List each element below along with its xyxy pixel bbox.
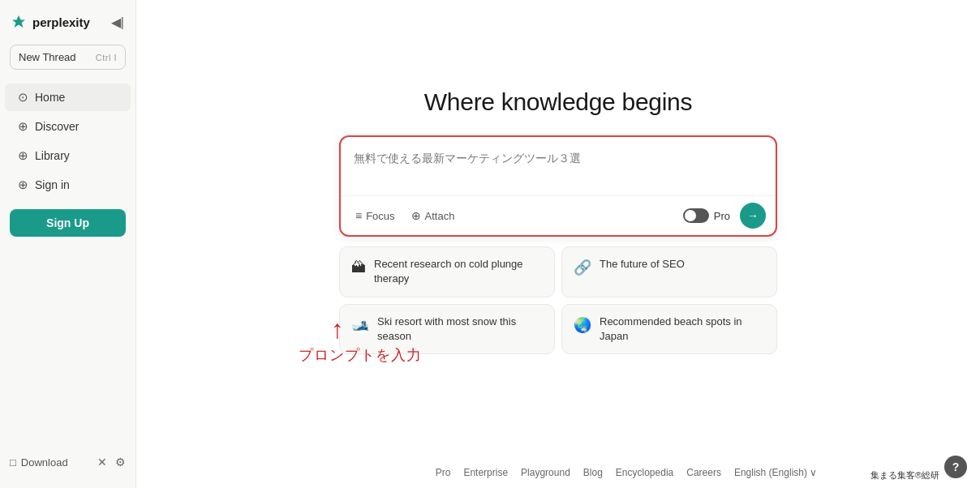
annotation-arrow: ↑ [331,316,344,342]
app-name: perplexity [32,15,90,29]
signin-icon: ⊕ [18,178,28,192]
focus-label: Focus [366,210,394,222]
main-content: Where knowledge begins ≡ Focus ⊕ Attach … [136,0,980,488]
download-icon: □ [10,456,16,469]
footer-blog-link[interactable]: Blog [583,467,603,478]
sidebar-item-discover[interactable]: ⊕ Discover [5,113,131,140]
footer-encyclopedia-link[interactable]: Encyclopedia [616,467,673,478]
sidebar-item-home-label: Home [35,91,65,104]
pro-toggle: Pro [683,208,730,223]
footer-playground-link[interactable]: Playground [521,467,570,478]
main-center: Where knowledge begins ≡ Focus ⊕ Attach … [136,0,980,488]
download-item[interactable]: □ Download [10,456,68,469]
submit-icon: → [747,209,759,222]
seo-text: The future of SEO [600,257,685,272]
beach-japan-icon: 🌏 [574,315,591,336]
focus-button[interactable]: ≡ Focus [350,206,400,225]
sidebar-item-library[interactable]: ⊕ Library [5,142,131,169]
annotation-text: プロンプトを入力 [299,345,422,365]
home-icon: ⊙ [18,90,28,105]
suggestion-beach-japan[interactable]: 🌏 Recommended beach spots in Japan [561,304,777,354]
collapse-icon: ◀| [111,15,124,30]
pro-label: Pro [714,210,730,222]
search-toolbar: ≡ Focus ⊕ Attach Pro → [341,195,776,235]
sidebar-item-discover-label: Discover [35,120,79,133]
attach-icon: ⊕ [411,209,421,222]
footer-careers-link[interactable]: Careers [686,467,721,478]
sidebar-item-signin-label: Sign in [35,178,70,191]
search-input[interactable] [354,150,763,184]
beach-japan-text: Recommended beach spots in Japan [600,315,765,344]
sidebar-header: perplexity ◀| [0,10,135,41]
seo-icon: 🔗 [574,258,591,278]
help-button[interactable]: ? [944,456,967,478]
submit-button[interactable]: → [740,203,766,229]
logo-area: perplexity [10,14,90,32]
suggestion-cold-plunge[interactable]: 🏔 Recent research on cold plunge therapy [339,246,555,297]
discord-icon[interactable]: ⚙ [115,456,126,469]
download-label: Download [21,456,68,469]
new-thread-shortcut: Ctrl I [96,53,117,62]
sidebar-item-library-label: Library [35,149,70,162]
attach-label: Attach [425,210,455,222]
new-thread-button[interactable]: New Thread Ctrl I [10,45,126,70]
page-title: Where knowledge begins [424,88,692,116]
x-icon[interactable]: ✕ [97,456,107,469]
watermark: 集まる集客®総研 [870,469,939,482]
cold-plunge-text: Recent research on cold plunge therapy [374,257,543,286]
sidebar: perplexity ◀| New Thread Ctrl I ⊙ Home ⊕… [0,0,136,488]
collapse-sidebar-button[interactable]: ◀| [110,13,126,32]
footer-enterprise-link[interactable]: Enterprise [463,467,508,478]
sidebar-bottom: □ Download ✕ ⚙ [0,446,135,478]
sidebar-item-signin[interactable]: ⊕ Sign in [5,171,131,199]
new-thread-label: New Thread [19,51,76,63]
perplexity-logo-icon [10,14,28,32]
suggestion-seo[interactable]: 🔗 The future of SEO [561,246,777,297]
discover-icon: ⊕ [18,119,28,134]
attach-button[interactable]: ⊕ Attach [406,206,460,225]
search-input-area [341,137,776,195]
footer-pro-link[interactable]: Pro [436,467,451,478]
pro-toggle-switch[interactable] [683,208,709,223]
footer-language-link[interactable]: English (English) ∨ [734,467,817,478]
sidebar-item-home[interactable]: ⊙ Home [5,83,131,111]
library-icon: ⊕ [18,148,28,163]
search-container: ≡ Focus ⊕ Attach Pro → [339,135,777,237]
cold-plunge-icon: 🏔 [351,258,366,278]
focus-icon: ≡ [355,209,362,222]
signup-button[interactable]: Sign Up [10,209,126,237]
social-icons: ✕ ⚙ [97,456,126,469]
annotation: ↑ プロンプトを入力 [299,316,422,365]
